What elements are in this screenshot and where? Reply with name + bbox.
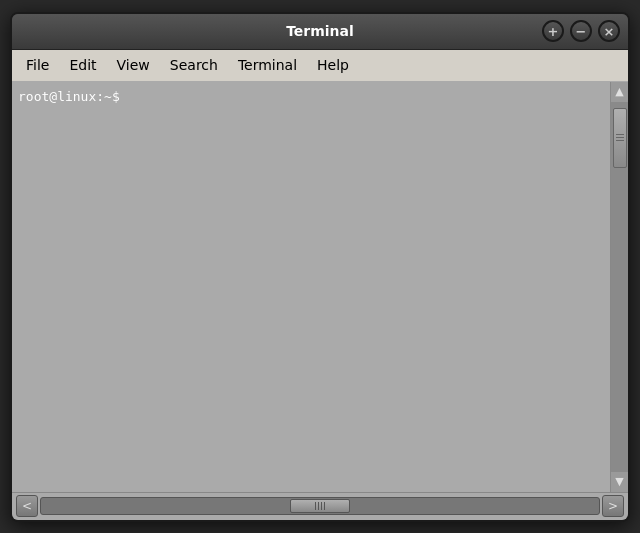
window-title: Terminal <box>100 23 540 39</box>
h-grip-1 <box>315 502 316 510</box>
add-button[interactable]: + <box>542 20 564 42</box>
scroll-up-arrow[interactable]: ▲ <box>611 82 628 102</box>
scroll-right-arrow[interactable]: > <box>602 495 624 517</box>
terminal-body[interactable]: root@linux:~$ <box>12 82 610 492</box>
horizontal-scrollbar: < > <box>12 492 628 520</box>
content-area: root@linux:~$ ▲ ▼ <box>12 82 628 492</box>
terminal-window: Terminal + − × File Edit View Search Ter… <box>10 12 630 522</box>
scroll-grip <box>616 134 624 141</box>
h-grip-2 <box>318 502 319 510</box>
menu-view[interactable]: View <box>107 53 160 77</box>
scroll-thumb-horizontal[interactable] <box>290 499 350 513</box>
scroll-track-horizontal[interactable] <box>40 497 600 515</box>
terminal-prompt: root@linux:~$ <box>18 88 604 106</box>
title-bar: Terminal + − × <box>12 14 628 50</box>
menu-edit[interactable]: Edit <box>59 53 106 77</box>
grip-line-2 <box>616 137 624 138</box>
close-button[interactable]: × <box>598 20 620 42</box>
minimize-button[interactable]: − <box>570 20 592 42</box>
grip-line-1 <box>616 134 624 135</box>
h-grip-3 <box>321 502 322 510</box>
menu-help[interactable]: Help <box>307 53 359 77</box>
scroll-down-arrow[interactable]: ▼ <box>611 472 628 492</box>
h-grip-4 <box>324 502 325 510</box>
scroll-thumb-vertical[interactable] <box>613 108 627 168</box>
h-grip-lines <box>315 502 325 510</box>
menu-terminal[interactable]: Terminal <box>228 53 307 77</box>
scroll-track-vertical[interactable] <box>611 102 628 472</box>
menu-search[interactable]: Search <box>160 53 228 77</box>
menu-file[interactable]: File <box>16 53 59 77</box>
window-controls: + − × <box>540 20 620 42</box>
scroll-left-arrow[interactable]: < <box>16 495 38 517</box>
menu-bar: File Edit View Search Terminal Help <box>12 50 628 82</box>
grip-line-3 <box>616 140 624 141</box>
vertical-scrollbar: ▲ ▼ <box>610 82 628 492</box>
